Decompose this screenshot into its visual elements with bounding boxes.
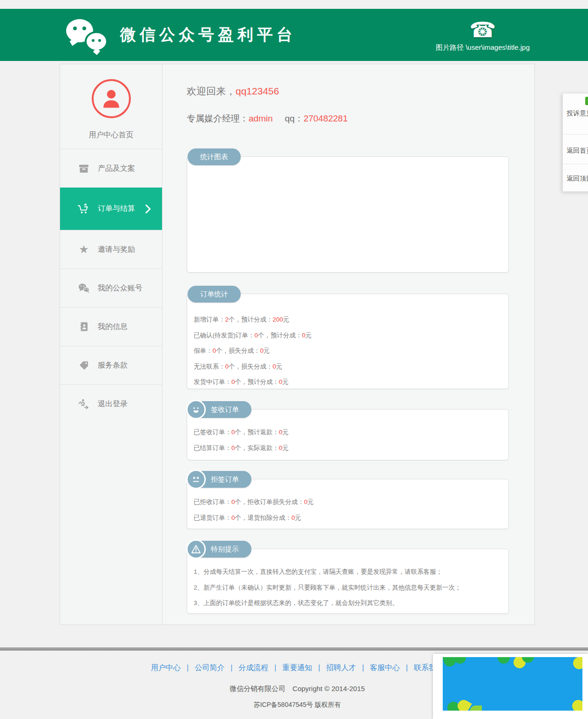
chart-box [187, 156, 509, 273]
image-path-text: 图片路径 \user\images\title.jpg [436, 43, 538, 52]
rejected-stat-row: 已拒收订单：0个，拒收订单损失分成：0元 [194, 494, 504, 510]
sidebar-item-terms[interactable]: 服务条款 [60, 346, 162, 384]
float-item-back-to-top[interactable]: 返回顶部 [563, 164, 588, 191]
cart-icon [78, 203, 90, 215]
username: qq123456 [236, 86, 279, 96]
sidebar-item-products[interactable]: 产品及文案 [60, 149, 162, 188]
footer-link-notice[interactable]: 重要通知 [283, 664, 312, 672]
star-icon: ★ [78, 243, 90, 255]
sad-face-icon [186, 470, 206, 489]
section-title-notice: 特别提示 [188, 541, 251, 558]
sidebar-item-public-accounts[interactable]: 我的公众账号 [60, 269, 162, 307]
order-stat-row: 假单：0个，损失分成：0元 [194, 343, 504, 359]
rejected-stat-row: 已退货订单：0个，退货扣除分成：0元 [194, 510, 504, 526]
footer-separator: | [274, 664, 276, 672]
footer-separator: | [362, 664, 364, 672]
float-panel: 0 投诉意见 返回首页 返回顶部 [562, 93, 588, 192]
logout-running-icon [78, 398, 90, 410]
tag-icon [78, 359, 90, 371]
telephone-icon: ☎ [469, 19, 538, 40]
warning-icon [186, 539, 206, 559]
user-icon [99, 87, 123, 111]
footer-link-recruit[interactable]: 招聘人才 [326, 664, 356, 672]
feedback-count-badge: 0 [585, 97, 588, 105]
sidebar-item-label: 我的信息 [98, 322, 128, 332]
qq-number: 270482281 [304, 114, 348, 123]
sidebar: 用户中心首页 产品及文案 订单与结算 [60, 64, 162, 625]
ad-banner-image [443, 657, 582, 711]
sidebar-item-my-info[interactable]: 我的信息 [60, 307, 162, 346]
notice-row: 1、分成每天结算一次，直接转入您的支付宝，请隔天查账，要是发现异常，请联系客服； [194, 564, 504, 580]
sidebar-item-label: 服务条款 [98, 361, 128, 370]
orders-box: 新增订单：2个，预计分成：200元 已确认(待发货)订单：0个，预计分成：0元 … [187, 294, 509, 389]
footer-link-split-process[interactable]: 分成流程 [238, 664, 268, 672]
manager-name: admin [249, 114, 273, 123]
footer-divider-bar [0, 647, 588, 651]
site-logo: 微信公众号盈利平台 [65, 14, 296, 55]
section-title-orders: 订单统计 [188, 286, 241, 302]
sidebar-user-block[interactable]: 用户中心首页 [60, 64, 162, 149]
order-stat-row: 无法联系：0个，损失分成：0元 [194, 359, 504, 375]
sidebar-item-label: 订单与结算 [98, 204, 135, 214]
float-item-home[interactable]: 返回首页 [563, 134, 588, 164]
ad-banner[interactable] [433, 654, 588, 719]
sidebar-item-invite[interactable]: ★ 邀请与奖励 [60, 230, 162, 269]
footer-separator: | [318, 664, 320, 672]
manager-line: 专属媒介经理：adminqq：270482281 [187, 113, 348, 125]
notice-row: 2、新产生订单（未确认）实时更新，只要顾客下单，就实时统计出来，其他信息每天更新… [194, 580, 504, 596]
footer-separator: | [406, 664, 408, 672]
order-stat-row: 发货中订单：0个，预计分成：0元 [194, 374, 504, 390]
content-wrapper: 用户中心首页 产品及文案 订单与结算 [60, 64, 535, 625]
signed-stat-row: 已签收订单：0个，预计返款：0元 [194, 424, 504, 440]
footer-link-service[interactable]: 客服中心 [370, 664, 400, 672]
float-item-feedback[interactable]: 0 投诉意见 [563, 94, 588, 134]
qq-label: qq： [285, 114, 304, 123]
footer-separator: | [230, 664, 232, 672]
sidebar-item-label: 我的公众账号 [98, 283, 142, 293]
sidebar-item-label: 产品及文案 [98, 164, 135, 174]
happy-face-icon [186, 400, 206, 419]
welcome-line: 欢迎回来，qq123456 [187, 85, 279, 98]
manager-label: 专属媒介经理： [187, 114, 249, 123]
wechat-logo-icon [65, 14, 112, 55]
avatar [92, 79, 131, 118]
section-title-rejected: 拒签订单 [188, 471, 251, 488]
chevron-right-icon [145, 204, 151, 214]
footer-link-user-center[interactable]: 用户中心 [151, 664, 181, 672]
notice-box: 1、分成每天结算一次，直接转入您的支付宝，请隔天查账，要是发现异常，请联系客服；… [187, 549, 509, 614]
footer-separator: | [187, 664, 189, 672]
contact-book-icon [78, 321, 90, 333]
section-title-signed: 签收订单 [188, 401, 251, 418]
section-title-chart: 统计图表 [188, 148, 241, 165]
notice-row: 3、上面的订单统计是根据状态来的，状态变化了，就会划分到其它类别。 [194, 595, 504, 611]
site-header: 微信公众号盈利平台 ☎ 图片路径 \user\images\title.jpg [0, 9, 588, 61]
sidebar-item-home-label: 用户中心首页 [60, 130, 162, 140]
order-stat-row: 新增订单：2个，预计分成：200元 [194, 312, 504, 328]
box-icon [78, 162, 90, 175]
site-title: 微信公众号盈利平台 [120, 24, 296, 46]
signed-stat-row: 已结算订单：0个，实际返款：0元 [194, 440, 504, 456]
order-stat-row: 已确认(待发货)订单：0个，预计分成：0元 [194, 328, 504, 343]
sidebar-item-label: 退出登录 [98, 399, 128, 409]
sidebar-item-orders[interactable]: 订单与结算 [60, 188, 162, 230]
footer-link-company[interactable]: 公司简介 [195, 664, 224, 672]
wechat-icon [78, 282, 90, 294]
sidebar-item-label: 邀请与奖励 [98, 245, 135, 255]
welcome-prefix: 欢迎回来， [187, 86, 236, 96]
sidebar-item-logout[interactable]: 退出登录 [60, 384, 162, 423]
main-content: 欢迎回来，qq123456 专属媒介经理：adminqq：270482281 统… [163, 64, 535, 625]
